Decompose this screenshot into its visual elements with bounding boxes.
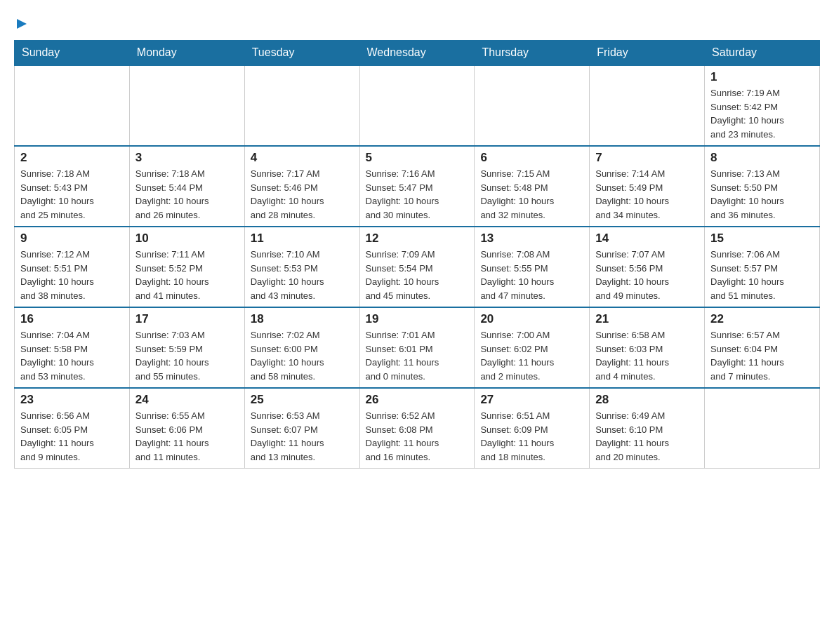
calendar-table: Sunday Monday Tuesday Wednesday Thursday… (14, 40, 820, 469)
calendar-cell: 12Sunrise: 7:09 AMSunset: 5:54 PMDayligh… (359, 227, 475, 307)
day-info: Sunrise: 7:07 AMSunset: 5:56 PMDaylight:… (595, 248, 699, 302)
week-row-4: 16Sunrise: 7:04 AMSunset: 5:58 PMDayligh… (15, 307, 820, 388)
day-number: 22 (710, 312, 814, 326)
day-info: Sunrise: 7:14 AMSunset: 5:49 PMDaylight:… (595, 167, 699, 222)
day-info: Sunrise: 7:15 AMSunset: 5:48 PMDaylight:… (480, 167, 583, 222)
day-number: 26 (366, 393, 469, 407)
day-info: Sunrise: 6:58 AMSunset: 6:03 PMDaylight:… (595, 328, 699, 383)
day-info: Sunrise: 7:03 AMSunset: 5:59 PMDaylight:… (135, 328, 239, 383)
day-number: 10 (135, 232, 239, 246)
calendar-cell: 9Sunrise: 7:12 AMSunset: 5:51 PMDaylight… (15, 227, 130, 307)
col-thursday: Thursday (475, 41, 590, 66)
logo (14, 14, 28, 33)
week-row-2: 2Sunrise: 7:18 AMSunset: 5:43 PMDaylight… (15, 146, 820, 227)
day-info: Sunrise: 7:04 AMSunset: 5:58 PMDaylight:… (20, 328, 124, 383)
col-friday: Friday (590, 41, 705, 66)
calendar-cell: 27Sunrise: 6:51 AMSunset: 6:09 PMDayligh… (475, 388, 590, 469)
week-row-5: 23Sunrise: 6:56 AMSunset: 6:05 PMDayligh… (15, 388, 820, 469)
day-info: Sunrise: 7:00 AMSunset: 6:02 PMDaylight:… (480, 328, 583, 383)
calendar-cell: 6Sunrise: 7:15 AMSunset: 5:48 PMDaylight… (475, 146, 590, 227)
col-wednesday: Wednesday (359, 41, 475, 66)
day-number: 16 (20, 312, 124, 326)
day-number: 3 (135, 151, 239, 165)
calendar-cell (359, 65, 475, 146)
logo-arrow-icon (15, 18, 28, 33)
day-number: 17 (135, 312, 239, 326)
calendar-cell: 10Sunrise: 7:11 AMSunset: 5:52 PMDayligh… (129, 227, 244, 307)
svg-marker-0 (17, 19, 27, 29)
day-number: 23 (20, 393, 124, 407)
calendar-cell: 4Sunrise: 7:17 AMSunset: 5:46 PMDaylight… (244, 146, 359, 227)
day-number: 9 (20, 232, 124, 246)
day-number: 7 (595, 151, 699, 165)
calendar-cell: 2Sunrise: 7:18 AMSunset: 5:43 PMDaylight… (15, 146, 130, 227)
calendar-cell (705, 388, 820, 469)
calendar-header-row: Sunday Monday Tuesday Wednesday Thursday… (15, 41, 820, 66)
day-info: Sunrise: 7:13 AMSunset: 5:50 PMDaylight:… (710, 167, 814, 222)
day-number: 2 (20, 151, 124, 165)
calendar-cell: 23Sunrise: 6:56 AMSunset: 6:05 PMDayligh… (15, 388, 130, 469)
day-info: Sunrise: 7:18 AMSunset: 5:43 PMDaylight:… (20, 167, 124, 222)
day-number: 1 (710, 70, 814, 84)
day-number: 5 (366, 151, 469, 165)
calendar-cell: 28Sunrise: 6:49 AMSunset: 6:10 PMDayligh… (590, 388, 705, 469)
col-sunday: Sunday (15, 41, 130, 66)
day-number: 20 (480, 312, 583, 326)
calendar-cell (590, 65, 705, 146)
day-number: 12 (366, 232, 469, 246)
day-number: 19 (366, 312, 469, 326)
day-number: 13 (480, 232, 583, 246)
calendar-cell: 19Sunrise: 7:01 AMSunset: 6:01 PMDayligh… (359, 307, 475, 388)
day-info: Sunrise: 6:55 AMSunset: 6:06 PMDaylight:… (135, 409, 239, 464)
calendar-cell: 22Sunrise: 6:57 AMSunset: 6:04 PMDayligh… (705, 307, 820, 388)
calendar-cell: 16Sunrise: 7:04 AMSunset: 5:58 PMDayligh… (15, 307, 130, 388)
day-info: Sunrise: 7:06 AMSunset: 5:57 PMDaylight:… (710, 248, 814, 302)
day-info: Sunrise: 6:56 AMSunset: 6:05 PMDaylight:… (20, 409, 124, 464)
day-number: 4 (251, 151, 354, 165)
calendar-cell (244, 65, 359, 146)
calendar-cell: 3Sunrise: 7:18 AMSunset: 5:44 PMDaylight… (129, 146, 244, 227)
calendar-cell: 8Sunrise: 7:13 AMSunset: 5:50 PMDaylight… (705, 146, 820, 227)
day-info: Sunrise: 7:01 AMSunset: 6:01 PMDaylight:… (366, 328, 469, 383)
calendar-cell: 17Sunrise: 7:03 AMSunset: 5:59 PMDayligh… (129, 307, 244, 388)
calendar-cell: 20Sunrise: 7:00 AMSunset: 6:02 PMDayligh… (475, 307, 590, 388)
day-number: 6 (480, 151, 583, 165)
calendar-cell (15, 65, 130, 146)
calendar-cell: 13Sunrise: 7:08 AMSunset: 5:55 PMDayligh… (475, 227, 590, 307)
calendar-cell: 11Sunrise: 7:10 AMSunset: 5:53 PMDayligh… (244, 227, 359, 307)
day-number: 25 (251, 393, 354, 407)
day-info: Sunrise: 6:51 AMSunset: 6:09 PMDaylight:… (480, 409, 583, 464)
day-number: 18 (251, 312, 354, 326)
day-info: Sunrise: 7:17 AMSunset: 5:46 PMDaylight:… (251, 167, 354, 222)
calendar-cell: 24Sunrise: 6:55 AMSunset: 6:06 PMDayligh… (129, 388, 244, 469)
calendar-cell (129, 65, 244, 146)
col-monday: Monday (129, 41, 244, 66)
calendar-cell: 1Sunrise: 7:19 AMSunset: 5:42 PMDaylight… (705, 65, 820, 146)
day-number: 28 (595, 393, 699, 407)
page-header (14, 14, 820, 33)
calendar-cell (475, 65, 590, 146)
day-info: Sunrise: 7:08 AMSunset: 5:55 PMDaylight:… (480, 248, 583, 302)
calendar-cell: 7Sunrise: 7:14 AMSunset: 5:49 PMDaylight… (590, 146, 705, 227)
day-info: Sunrise: 7:09 AMSunset: 5:54 PMDaylight:… (366, 248, 469, 302)
calendar-cell: 25Sunrise: 6:53 AMSunset: 6:07 PMDayligh… (244, 388, 359, 469)
day-info: Sunrise: 7:12 AMSunset: 5:51 PMDaylight:… (20, 248, 124, 302)
calendar-cell: 5Sunrise: 7:16 AMSunset: 5:47 PMDaylight… (359, 146, 475, 227)
col-saturday: Saturday (705, 41, 820, 66)
week-row-1: 1Sunrise: 7:19 AMSunset: 5:42 PMDaylight… (15, 65, 820, 146)
day-number: 27 (480, 393, 583, 407)
day-info: Sunrise: 7:02 AMSunset: 6:00 PMDaylight:… (251, 328, 354, 383)
day-info: Sunrise: 7:16 AMSunset: 5:47 PMDaylight:… (366, 167, 469, 222)
day-info: Sunrise: 6:52 AMSunset: 6:08 PMDaylight:… (366, 409, 469, 464)
day-number: 11 (251, 232, 354, 246)
day-info: Sunrise: 7:19 AMSunset: 5:42 PMDaylight:… (710, 86, 814, 141)
calendar-cell: 14Sunrise: 7:07 AMSunset: 5:56 PMDayligh… (590, 227, 705, 307)
day-number: 8 (710, 151, 814, 165)
week-row-3: 9Sunrise: 7:12 AMSunset: 5:51 PMDaylight… (15, 227, 820, 307)
day-number: 15 (710, 232, 814, 246)
day-info: Sunrise: 7:18 AMSunset: 5:44 PMDaylight:… (135, 167, 239, 222)
day-number: 14 (595, 232, 699, 246)
day-info: Sunrise: 7:10 AMSunset: 5:53 PMDaylight:… (251, 248, 354, 302)
day-number: 24 (135, 393, 239, 407)
day-info: Sunrise: 6:53 AMSunset: 6:07 PMDaylight:… (251, 409, 354, 464)
